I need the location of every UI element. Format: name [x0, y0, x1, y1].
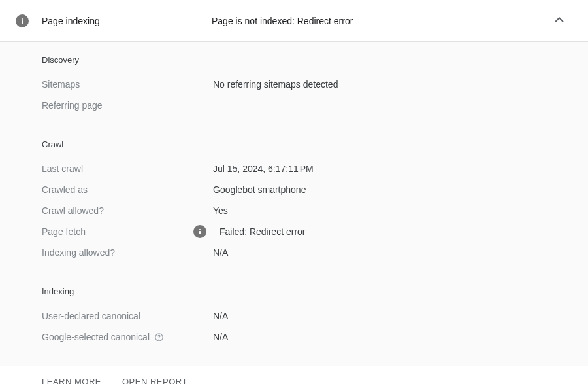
info-icon[interactable] [193, 225, 206, 238]
row-value: N/A [213, 247, 228, 258]
section-heading-discovery: Discovery [42, 55, 572, 65]
svg-point-2 [199, 229, 201, 230]
section-heading-indexing: Indexing [42, 287, 572, 296]
row-label: Last crawl [42, 164, 213, 174]
row-sitemaps: Sitemaps No referring sitemaps detected [42, 74, 572, 95]
row-google-canonical: Google-selected canonical N/A [42, 326, 572, 347]
help-icon[interactable] [154, 332, 164, 342]
row-label: Referring page [42, 100, 213, 111]
svg-rect-1 [22, 20, 23, 24]
learn-more-link[interactable]: Learn more [42, 377, 101, 384]
row-label: User-declared canonical [42, 311, 213, 321]
row-label: Page fetch [42, 226, 213, 237]
row-referring-page: Referring page [42, 95, 572, 116]
row-page-fetch: Page fetch Failed: Redirect error [42, 221, 572, 242]
svg-rect-3 [199, 231, 201, 234]
row-label: Crawl allowed? [42, 205, 213, 216]
panel-title: Page indexing [42, 16, 212, 26]
row-crawled-as: Crawled as Googlebot smartphone [42, 179, 572, 200]
panel-header[interactable]: Page indexing Page is not indexed: Redir… [0, 0, 588, 42]
row-value: Yes [213, 205, 228, 216]
page-indexing-panel: Page indexing Page is not indexed: Redir… [0, 0, 588, 384]
row-label: Google-selected canonical [42, 332, 213, 342]
chevron-up-icon [552, 12, 566, 29]
row-label: Indexing allowed? [42, 247, 213, 258]
row-last-crawl: Last crawl Jul 15, 2024, 6:17:11 PM [42, 158, 572, 179]
collapse-button[interactable] [546, 8, 572, 34]
row-value: N/A [213, 332, 228, 342]
info-icon [16, 14, 29, 27]
panel-status-text: Page is not indexed: Redirect error [212, 16, 546, 26]
open-report-link[interactable]: Open report [122, 377, 188, 384]
row-user-canonical: User-declared canonical N/A [42, 305, 572, 326]
row-value: No referring sitemaps detected [213, 79, 338, 90]
google-canonical-label-text: Google-selected canonical [42, 332, 150, 342]
section-heading-crawl: Crawl [42, 139, 572, 149]
panel-body: Discovery Sitemaps No referring sitemaps… [0, 42, 588, 366]
row-value: N/A [213, 311, 228, 321]
row-value: Jul 15, 2024, 6:17:11 PM [213, 164, 314, 174]
panel-footer: Learn more Open report [0, 366, 588, 384]
row-label: Crawled as [42, 184, 213, 195]
row-indexing-allowed: Indexing allowed? N/A [42, 242, 572, 263]
row-value: Googlebot smartphone [213, 184, 306, 195]
row-label: Sitemaps [42, 79, 213, 90]
row-crawl-allowed: Crawl allowed? Yes [42, 200, 572, 221]
svg-point-0 [22, 18, 23, 19]
page-fetch-value: Failed: Redirect error [220, 226, 306, 237]
row-value: Failed: Redirect error [213, 225, 306, 238]
svg-point-5 [158, 339, 159, 340]
